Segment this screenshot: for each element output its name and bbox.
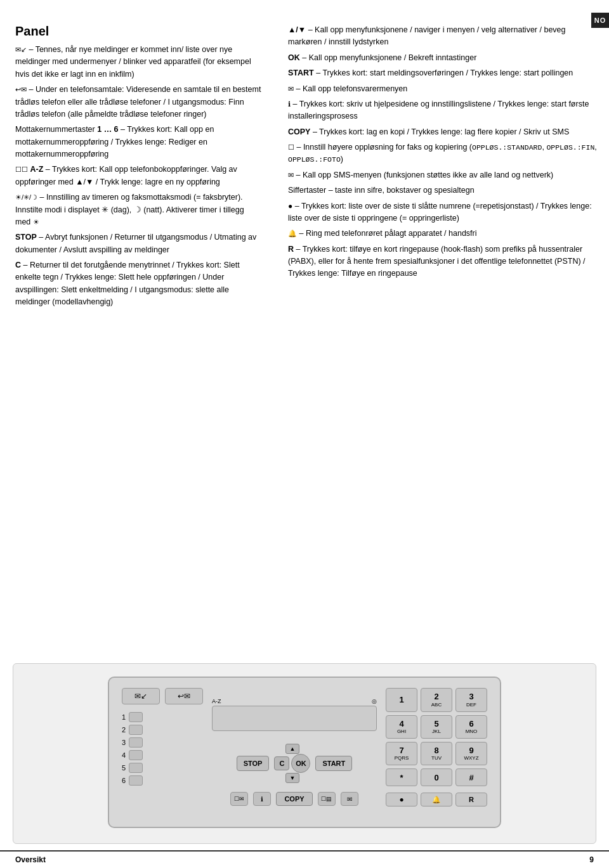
display-indicator: ◎ (372, 698, 377, 704)
mem-box-1[interactable] (129, 712, 143, 722)
numpad-hash[interactable]: # (455, 768, 487, 786)
fax-icon: ✉↙ (134, 692, 147, 701)
mem-btn-3: 3 (122, 737, 203, 748)
content-area: Panel ✉↙ – Tennes, når nye meldinger er … (0, 0, 609, 657)
fax-quality-icon: ☐▤ (321, 796, 332, 802)
resolution-icon: ☐✉ (234, 796, 244, 802)
mem-box-5[interactable] (129, 763, 143, 773)
device-top-row: ✉↙ ↩✉ 1 2 (122, 688, 487, 806)
right-para-8: ✉ – Kall opp SMS-menyen (funksjonen støt… (288, 169, 598, 181)
page-title: Panel (15, 24, 261, 39)
right-para-5: ℹ – Trykkes kort: skriv ut hjelpesidene … (288, 98, 598, 123)
r-button[interactable]: R (455, 793, 487, 806)
mem-btn-4: 4 (122, 750, 203, 760)
fax-quality-icon-btn[interactable]: ☐▤ (318, 792, 336, 806)
right-para-12: R – Trykkes kort: tilføye en kort ringep… (288, 243, 598, 280)
mem-label-2: 2 (122, 726, 126, 734)
mem-label-5: 5 (122, 764, 126, 772)
ok-button[interactable]: OK (291, 754, 310, 773)
c-button[interactable]: C (274, 756, 289, 770)
nav-up-button[interactable]: ▲ (285, 744, 299, 754)
page: Panel ✉↙ – Tennes, når nye meldinger er … (0, 0, 609, 868)
left-para-5: ☀/✳/☽ – Innstilling av timeren og faksmo… (15, 191, 261, 228)
page-footer: Oversikt 9 (0, 850, 609, 868)
numpad-2[interactable]: 2ABC (421, 688, 452, 711)
center-panel: A-Z ◎ STOP ▲ C (209, 688, 379, 806)
copy-button[interactable]: COPY (276, 792, 312, 806)
resolution-icon-btn[interactable]: ☐✉ (230, 792, 248, 806)
control-buttons: STOP ▲ C OK ▼ START (237, 744, 353, 783)
stop-button[interactable]: STOP (237, 756, 270, 771)
numpad-area: 1 2ABC 3DEF 4GHI 5JKL (386, 688, 487, 806)
nav-down-button[interactable]: ▼ (285, 773, 299, 783)
numpad-1[interactable]: 1 (386, 688, 417, 711)
memory-buttons: 1 2 3 4 (122, 712, 203, 786)
mem-box-4[interactable] (129, 750, 143, 760)
right-para-6: COPY – Trykkes kort: lag en kopi / Trykk… (288, 126, 598, 138)
right-para-9: Siffertaster – taste inn sifre, bokstave… (288, 185, 598, 197)
left-text-block: ✉↙ – Tennes, når nye meldinger er kommet… (15, 44, 261, 309)
numpad-8[interactable]: 8TUV (421, 742, 452, 765)
mem-label-1: 1 (122, 713, 126, 721)
numpad-7[interactable]: 7PQRS (386, 742, 417, 765)
right-para-1: ▲/▼ – Kall opp menyfunksjonene / naviger… (288, 24, 598, 49)
info-icon: ℹ (261, 796, 263, 803)
right-para-2: OK – Kall opp menyfunksjonene / Bekreft … (288, 52, 598, 64)
footer-right: 9 (589, 855, 594, 864)
phone-icon: ↩✉ (178, 692, 190, 701)
info-icon-btn[interactable]: ℹ (253, 792, 271, 806)
device-display (212, 706, 377, 731)
phone-icon-btn[interactable]: ↩✉ (165, 688, 203, 704)
numpad-9[interactable]: 9WXYZ (455, 742, 487, 765)
numpad-0[interactable]: 0 (421, 768, 452, 786)
left-para-1: ✉↙ – Tennes, når nye meldinger er kommet… (15, 44, 261, 81)
left-para-3: Mottakernummertaster 1 … 6 – Trykkes kor… (15, 124, 261, 160)
right-para-11: 🔔 – Ring med telefonrøret pålagt apparat… (288, 228, 598, 240)
numpad-3[interactable]: 3DEF (455, 688, 487, 711)
mem-label-4: 4 (122, 751, 126, 759)
right-column: NO ▲/▼ – Kall opp menyfunksjonene / navi… (273, 13, 609, 657)
repeat-icon: ● (399, 795, 403, 804)
r-label: R (469, 796, 474, 803)
bottom-row-buttons: ☐✉ ℹ COPY ☐▤ ✉ (230, 792, 358, 806)
mem-label-3: 3 (122, 739, 126, 746)
mem-box-6[interactable] (129, 775, 143, 786)
mem-btn-6: 6 (122, 775, 203, 786)
language-badge: NO (591, 13, 609, 28)
handsfree-button[interactable]: 🔔 (421, 793, 452, 806)
mem-btn-2: 2 (122, 725, 203, 735)
fax-icon-btn[interactable]: ✉↙ (122, 688, 160, 704)
numpad-4[interactable]: 4GHI (386, 715, 417, 739)
display-label: A-Z (212, 698, 221, 704)
mem-btn-5: 5 (122, 763, 203, 773)
start-button[interactable]: START (315, 756, 352, 771)
right-para-7: ☐ – Innstill høyere oppløsning for faks … (288, 141, 598, 166)
left-column: Panel ✉↙ – Tennes, når nye meldinger er … (0, 13, 273, 657)
device-area: ✉↙ ↩✉ 1 2 (13, 663, 596, 844)
right-text-block: ▲/▼ – Kall opp menyfunksjonene / naviger… (288, 24, 598, 280)
left-panel: ✉↙ ↩✉ 1 2 (122, 688, 203, 786)
mem-label-6: 6 (122, 777, 126, 784)
mem-box-2[interactable] (129, 725, 143, 735)
nav-cluster: ▲ C OK ▼ (274, 744, 310, 783)
right-para-10: ● – Trykkes kort: liste over de siste ti… (288, 200, 598, 225)
mem-box-3[interactable] (129, 737, 143, 748)
handsfree-icon: 🔔 (432, 796, 441, 804)
right-para-4: ✉ – Kall opp telefonsvarermenyen (288, 83, 598, 95)
left-para-7: C – Returner til det forutgående menytri… (15, 259, 261, 309)
left-para-4: ☐☐ A-Z – Trykkes kort: Kall opp telefonb… (15, 164, 261, 188)
sms-icon-btn[interactable]: ✉ (341, 792, 358, 806)
right-para-3: START – Trykkes kort: start meldingsover… (288, 67, 598, 79)
footer-left: Oversikt (15, 855, 46, 864)
bottom-right-buttons: ● 🔔 R (386, 793, 487, 806)
repeat-button[interactable]: ● (386, 793, 417, 806)
numpad-grid: 1 2ABC 3DEF 4GHI 5JKL (386, 688, 487, 786)
left-para-2: ↩✉ – Under en telefonsamtale: Videresend… (15, 84, 261, 120)
numpad-5[interactable]: 5JKL (421, 715, 452, 739)
sms-icon: ✉ (347, 796, 352, 803)
device-frame: ✉↙ ↩✉ 1 2 (108, 677, 501, 828)
numpad-star[interactable]: * (386, 768, 417, 786)
left-para-6: STOP – Avbryt funksjonen / Returner til … (15, 231, 261, 256)
numpad-6[interactable]: 6MNO (455, 715, 487, 739)
mem-btn-1: 1 (122, 712, 203, 722)
